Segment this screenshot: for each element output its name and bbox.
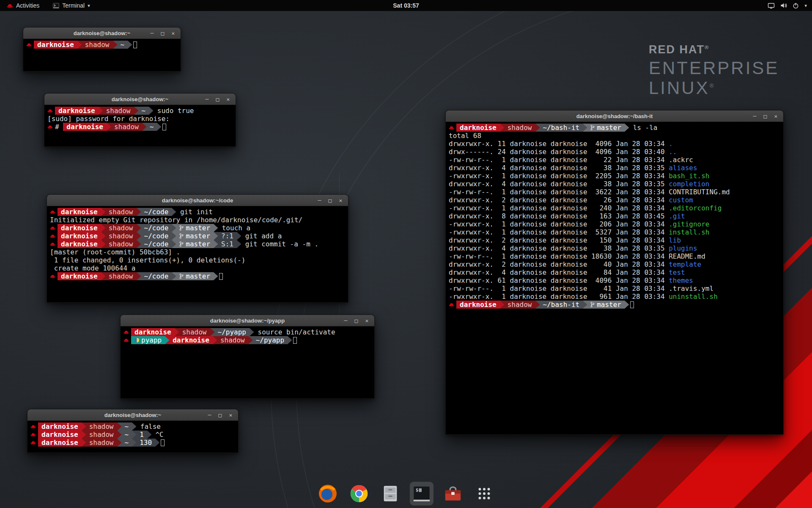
terminal-cursor	[161, 439, 165, 446]
redhat-prompt-icon	[47, 107, 53, 115]
window-title: darknoise@shadow:~/bash-it	[576, 113, 653, 119]
close-button[interactable]: ×	[225, 409, 236, 420]
prompt-segment-host: shadow	[105, 224, 137, 232]
minimize-button[interactable]: ─	[147, 28, 157, 39]
maximize-button[interactable]: □	[212, 94, 223, 105]
titlebar[interactable]: darknoise@shadow:~ ─ □ ×	[44, 94, 236, 105]
prompt-segment-user: darknoise	[169, 336, 213, 344]
maximize-button[interactable]: □	[351, 315, 362, 326]
titlebar[interactable]: darknoise@shadow:~/bash-it ─ □ ×	[446, 110, 783, 122]
output-text: -rw-rw-r--. 1 darknoise darknoise 18630 …	[449, 252, 669, 260]
window-title: darknoise@shadow:~	[112, 96, 168, 102]
prompt-segment-host: shadow	[217, 336, 248, 344]
powerline-arrow-icon	[137, 272, 141, 280]
maximize-button[interactable]: □	[157, 28, 168, 39]
terminal-cursor	[630, 301, 634, 308]
terminal-line: -rwxrwxr-x. 1 darknoise darknoise 5327 J…	[449, 228, 780, 236]
minimize-button[interactable]: ─	[202, 94, 212, 105]
app-menu-terminal[interactable]: Terminal ▾	[50, 0, 92, 11]
prompt-segment-venv: pyapp	[131, 336, 165, 344]
terminal-window-home-1: darknoise@shadow:~ ─ □ × darknoiseshadow…	[23, 27, 181, 72]
powerline-arrow-icon	[117, 439, 121, 447]
chevron-down-icon: ▾	[88, 3, 90, 8]
powerline-arrow-icon	[625, 301, 629, 309]
chrome-icon[interactable]	[347, 482, 371, 505]
terminal-content[interactable]: darknoiseshadow~/bash-itmaster ls -latot…	[446, 122, 783, 434]
terminal-icon[interactable]: $	[410, 482, 433, 505]
minimize-button[interactable]: ─	[749, 110, 760, 121]
firefox-icon[interactable]	[316, 482, 340, 505]
maximize-button[interactable]: □	[325, 195, 335, 206]
software-icon[interactable]	[441, 482, 465, 505]
registered-mark: ®	[710, 83, 716, 89]
redhat-prompt-icon	[30, 431, 36, 439]
terminal-line: create mode 100644 a	[50, 264, 345, 272]
directory-name: ..	[669, 148, 677, 156]
powerline-arrow-icon	[82, 439, 86, 447]
close-button[interactable]: ×	[362, 315, 372, 326]
terminal-content[interactable]: darknoiseshadow~ sudo true[sudo] passwor…	[44, 105, 236, 146]
terminal-window-bash-it: darknoise@shadow:~/bash-it ─ □ × darknoi…	[445, 110, 784, 435]
output-text: CONTRIBUTING.md	[669, 188, 730, 196]
minimize-button[interactable]: ─	[340, 315, 351, 326]
volume-icon	[780, 3, 787, 8]
powerline-arrow-icon	[101, 208, 105, 216]
prompt-segment-git: master	[176, 232, 214, 240]
system-status-area[interactable]: ▾	[768, 0, 812, 11]
app-grid-icon[interactable]	[472, 482, 496, 505]
titlebar[interactable]: darknoise@shadow:~ ─ □ ×	[23, 28, 181, 39]
terminal-content[interactable]: darknoiseshadow~ falsedarknoiseshadow~1 …	[27, 421, 238, 453]
powerline-arrow-icon	[132, 422, 136, 431]
terminal-line: darknoiseshadow~/codemaster touch a	[50, 224, 345, 232]
top-bar: Activities Terminal ▾ Sat 03:57 ▾	[0, 0, 812, 11]
titlebar[interactable]: darknoise@shadow:~/pyapp ─ □ ×	[121, 315, 374, 326]
powerline-arrow-icon	[214, 272, 218, 280]
minimize-button[interactable]: ─	[204, 409, 215, 420]
registered-mark: ®	[705, 44, 710, 50]
terminal-content[interactable]: darknoiseshadow~/pyapp source bin/activa…	[121, 326, 374, 398]
prompt-segment-path: ~/code	[141, 232, 172, 240]
terminal-line: drwxrwxr-x. 4 darknoise darknoise 84 Jan…	[449, 268, 780, 276]
prompt-segment-host: shadow	[86, 422, 117, 431]
powerline-arrow-icon	[213, 336, 217, 344]
titlebar[interactable]: darknoise@shadow:~ ─ □ ×	[27, 409, 238, 421]
output-text: drwxrwxr-x. 2 darknoise darknoise 40 Jan…	[449, 260, 669, 268]
prompt-segment-host: shadow	[111, 123, 142, 131]
terminal-content[interactable]: darknoiseshadow~/code git initInitialize…	[47, 206, 348, 302]
output-text: drwxrwxr-x. 2 darknoise darknoise 26 Jan…	[449, 196, 669, 204]
powerline-arrow-icon	[147, 431, 151, 439]
prompt-segment-user: darknoise	[58, 232, 101, 240]
prompt-segment-path: ~/bash-it	[540, 124, 583, 132]
close-button[interactable]: ×	[335, 195, 346, 206]
output-text: drwxrwxr-x. 8 darknoise darknoise 163 Ja…	[449, 212, 669, 220]
redhat-prompt-icon	[50, 240, 55, 248]
powerline-arrow-icon	[175, 328, 179, 336]
output-text: create mode 100644 a	[50, 264, 135, 272]
files-icon[interactable]	[379, 482, 402, 505]
terminal-window-pyapp: darknoise@shadow:~/pyapp ─ □ × darknoise…	[120, 315, 375, 399]
activities-button[interactable]: Activities	[4, 0, 42, 11]
terminal-line: darknoiseshadow~/code git init	[50, 208, 345, 216]
redhat-prompt-icon	[50, 272, 55, 280]
close-button[interactable]: ×	[771, 110, 781, 121]
clock[interactable]: Sat 03:57	[393, 2, 419, 9]
powerline-arrow-icon	[250, 328, 254, 336]
prompt-segment-status: 1	[136, 431, 147, 439]
close-button[interactable]: ×	[223, 94, 233, 105]
output-text: [master (root-commit) 50bcb63] .	[50, 248, 180, 256]
powerline-arrow-icon	[82, 431, 86, 439]
terminal-line: [sudo] password for darknoise:	[47, 115, 233, 123]
terminal-cursor	[133, 41, 137, 48]
terminal-line: drwxrwxr-x. 4 darknoise darknoise 38 Jan…	[449, 180, 780, 188]
app-menu-label: Terminal	[62, 2, 85, 9]
terminal-content[interactable]: darknoiseshadow~	[23, 39, 181, 71]
maximize-button[interactable]: □	[760, 110, 771, 121]
close-button[interactable]: ×	[168, 28, 178, 39]
minimize-button[interactable]: ─	[314, 195, 325, 206]
directory-name: completion	[669, 180, 709, 188]
powerline-arrow-icon	[237, 240, 241, 248]
powerline-arrow-icon	[117, 422, 121, 431]
maximize-button[interactable]: □	[215, 409, 225, 420]
powerline-arrow-icon	[107, 123, 111, 131]
titlebar[interactable]: darknoise@shadow:~/code ─ □ ×	[47, 195, 348, 206]
